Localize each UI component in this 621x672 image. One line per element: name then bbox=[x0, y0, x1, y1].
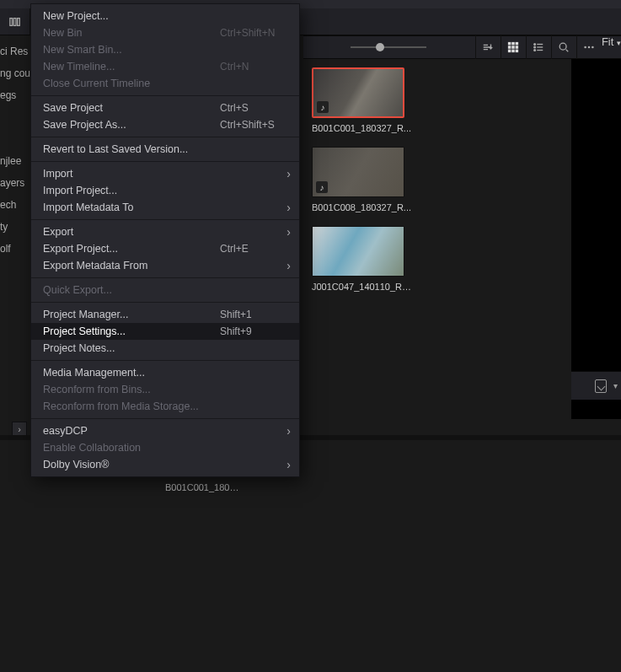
menu-view[interactable]: View bbox=[316, 0, 346, 11]
menu-item-label: Reconform from Media Storage... bbox=[43, 398, 199, 415]
menu-separator bbox=[31, 418, 299, 419]
clip-item[interactable]: ♪B001C001_180327_R... bbox=[312, 67, 438, 133]
audio-icon: ♪ bbox=[317, 101, 329, 113]
menu-item-shortcut: Ctrl+E bbox=[220, 240, 287, 257]
svg-rect-10 bbox=[508, 50, 511, 53]
menu-item-shortcut: Ctrl+S bbox=[220, 99, 287, 116]
svg-rect-7 bbox=[508, 46, 511, 49]
menu-item-label: Close Current Timeline bbox=[43, 75, 150, 92]
menu-item-label: Export Metadata From bbox=[43, 257, 147, 274]
svg-point-18 bbox=[588, 46, 591, 49]
sidebar-fragment: ty bbox=[0, 216, 30, 238]
mark-in-icon[interactable] bbox=[595, 379, 607, 393]
menu-item-export-metadata-from[interactable]: Export Metadata From bbox=[31, 257, 299, 274]
sidebar-fragment: ci Res bbox=[0, 40, 30, 62]
menu-fairlight[interactable]: Fairlight bbox=[531, 0, 576, 11]
clip-item[interactable]: J001C047_140110_R6... bbox=[312, 226, 438, 292]
sort-button[interactable] bbox=[475, 35, 501, 59]
clip-item[interactable]: ♪B001C008_180327_R... bbox=[312, 147, 438, 212]
menu-item-revert-to-last-saved-version[interactable]: Revert to Last Saved Version... bbox=[31, 141, 299, 158]
menu-separator bbox=[31, 161, 299, 162]
menu-item-project-settings[interactable]: Project Settings...Shift+9 bbox=[31, 323, 299, 340]
thumbnail-size-slider[interactable] bbox=[351, 46, 426, 48]
viewer-pane bbox=[571, 59, 621, 419]
menu-workspace[interactable]: Workspace bbox=[592, 0, 621, 11]
menu-item-label: Reconform from Bins... bbox=[43, 381, 151, 398]
clip-label: B001C008_180327_R... bbox=[312, 202, 413, 212]
menu-item-export[interactable]: Export bbox=[31, 223, 299, 240]
sidebar-fragment: olf bbox=[0, 238, 30, 260]
menu-item-shortcut: Shift+9 bbox=[220, 323, 287, 340]
menu-item-label: New Smart Bin... bbox=[43, 41, 122, 58]
menu-item-project-notes[interactable]: Project Notes... bbox=[31, 340, 299, 357]
menu-fusion[interactable]: Fusion bbox=[427, 0, 467, 11]
clip-thumbnail[interactable] bbox=[312, 226, 404, 277]
menu-item-reconform-from-bins: Reconform from Bins... bbox=[31, 381, 299, 398]
svg-point-15 bbox=[534, 50, 536, 51]
view-grid-button[interactable] bbox=[501, 35, 526, 59]
menu-separator bbox=[31, 277, 299, 278]
menu-item-label: Revert to Last Saved Version... bbox=[43, 141, 188, 158]
svg-point-19 bbox=[592, 46, 594, 49]
menu-item-import-metadata-to[interactable]: Import Metadata To bbox=[31, 199, 299, 216]
view-list-button[interactable] bbox=[526, 35, 551, 59]
sidebar-fragment bbox=[0, 128, 30, 150]
menu-item-label: Project Notes... bbox=[43, 340, 115, 357]
clip-thumbnail[interactable]: ♪ bbox=[312, 147, 404, 197]
svg-rect-11 bbox=[512, 50, 516, 53]
menu-item-label: Project Settings... bbox=[43, 323, 126, 340]
menu-item-label: Dolby Vision® bbox=[43, 456, 109, 473]
zoom-fit-dropdown[interactable]: Fit ▾ bbox=[602, 35, 621, 59]
menu-item-project-manager[interactable]: Project Manager...Shift+1 bbox=[31, 306, 299, 323]
menu-item-import[interactable]: Import bbox=[31, 165, 299, 182]
sidebar-fragment: njlee bbox=[0, 150, 30, 172]
viewer-controls: ▾ bbox=[571, 371, 621, 400]
menu-item-import-project[interactable]: Import Project... bbox=[31, 182, 299, 199]
menu-item-media-management[interactable]: Media Management... bbox=[31, 364, 299, 381]
sidebar-fragment bbox=[0, 106, 30, 128]
menu-item-shortcut: Ctrl+Shift+S bbox=[220, 116, 287, 133]
svg-rect-2 bbox=[17, 18, 19, 25]
menu-item-shortcut: Shift+1 bbox=[220, 306, 287, 323]
menu-item-shortcut: Ctrl+N bbox=[220, 58, 287, 75]
menu-item-new-timeline: New Timeline...Ctrl+N bbox=[31, 58, 299, 75]
menu-olve[interactable]: olve bbox=[0, 0, 27, 11]
menu-item-export-project[interactable]: Export Project...Ctrl+E bbox=[31, 240, 299, 257]
menu-item-new-project[interactable]: New Project... bbox=[31, 8, 299, 24]
menu-item-save-project[interactable]: Save ProjectCtrl+S bbox=[31, 99, 299, 116]
clip-thumbnail[interactable]: ♪ bbox=[312, 67, 404, 118]
menu-separator bbox=[31, 302, 299, 303]
menu-item-enable-collaboration: Enable Collaboration bbox=[31, 439, 299, 456]
menu-item-label: Export Project... bbox=[43, 240, 118, 257]
svg-rect-0 bbox=[9, 18, 12, 25]
svg-point-13 bbox=[534, 44, 536, 46]
menu-color[interactable]: Color bbox=[482, 0, 515, 11]
sidebar-peek: ci Resng couegsnjleeayersechtyolf bbox=[0, 40, 30, 260]
svg-point-14 bbox=[534, 46, 536, 48]
audio-icon: ♪ bbox=[316, 181, 328, 193]
menu-item-dolby-vision[interactable]: Dolby Vision® bbox=[31, 456, 299, 473]
menu-item-label: Enable Collaboration bbox=[43, 439, 141, 456]
chevron-down-icon: ▾ bbox=[617, 39, 621, 47]
menu-item-new-bin: New BinCtrl+Shift+N bbox=[31, 24, 299, 41]
menu-playback[interactable]: Playback bbox=[361, 0, 413, 11]
svg-rect-8 bbox=[512, 46, 516, 49]
svg-point-17 bbox=[585, 46, 587, 49]
search-button[interactable] bbox=[551, 35, 576, 59]
library-icon[interactable] bbox=[0, 8, 30, 35]
menu-item-label: Media Management... bbox=[43, 364, 145, 381]
clip-label: J001C047_140110_R6... bbox=[312, 282, 413, 292]
menu-item-label: Export bbox=[43, 223, 73, 240]
svg-point-16 bbox=[560, 43, 567, 50]
menu-item-label: Quick Export... bbox=[43, 282, 112, 298]
menu-item-label: Save Project bbox=[43, 99, 103, 116]
viewer-options-chevron[interactable]: ▾ bbox=[613, 381, 618, 390]
menu-separator bbox=[31, 219, 299, 220]
menu-item-shortcut: Ctrl+Shift+N bbox=[220, 24, 287, 41]
menu-item-label: Import bbox=[43, 165, 72, 182]
menu-item-label: New Project... bbox=[43, 8, 109, 24]
menu-item-easydcp[interactable]: easyDCP bbox=[31, 422, 299, 439]
menu-item-save-project-as[interactable]: Save Project As...Ctrl+Shift+S bbox=[31, 116, 299, 133]
more-options-button[interactable] bbox=[576, 35, 602, 59]
menu-item-label: easyDCP bbox=[43, 422, 88, 439]
